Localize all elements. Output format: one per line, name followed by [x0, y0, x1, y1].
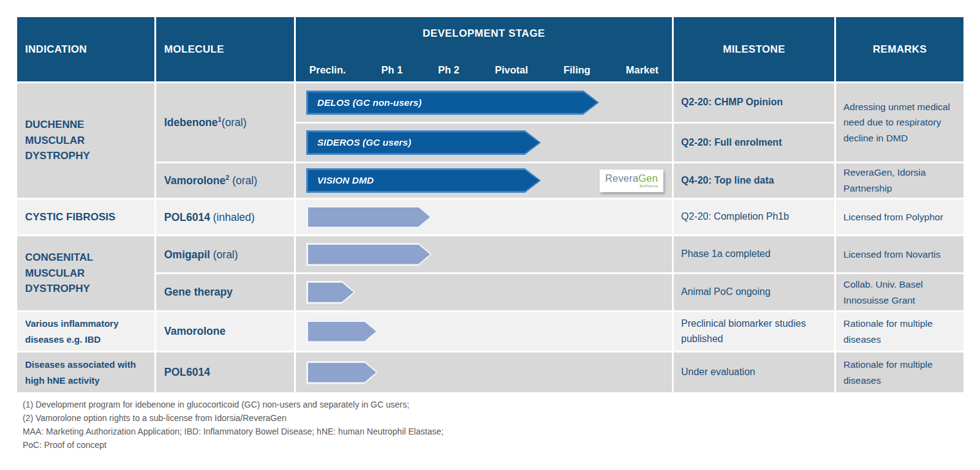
milestone-pol6014-inhaled: Q2-20: Completion Ph1b	[674, 200, 834, 234]
remark-reveragen: ReveraGen, Idorsia Partnership	[836, 163, 963, 198]
stage-labels: Preclin. Ph 1 Ph 2 Pivotal Filing Market	[296, 64, 672, 81]
milestone-vision: Q4-20: Top line data	[674, 163, 834, 198]
dev-stage-omigapil	[296, 236, 672, 272]
milestone-omigapil: Phase 1a completed	[674, 236, 834, 272]
milestone-delos: Q2-20: CHMP Opinion	[674, 83, 834, 122]
remark-novartis: Licensed from Novartis	[836, 236, 963, 272]
sideros-arrow-label: SIDEROS (GC users)	[308, 137, 411, 148]
indication-dmd: DUCHENNE MUSCULAR DYSTROPHY	[17, 83, 154, 198]
gene-therapy-arrow	[306, 281, 355, 304]
dev-stage-delos: DELOS (GC non-users)	[296, 83, 672, 122]
omigapil-arrow	[306, 243, 432, 266]
stage-label-pivotal: Pivotal	[495, 64, 528, 76]
remark-rationale-ibd: Rationale for multiple diseases	[836, 312, 963, 351]
dev-stage-vision: VISION DMD ReveraGen BioPharma	[296, 163, 672, 198]
indication-congenital-md: CONGENITAL MUSCULAR DYSTROPHY	[17, 236, 154, 310]
footnote-abbreviations: MAA: Marketing Authorization Application…	[23, 425, 443, 438]
molecule-pol6014-hne: POL6014	[156, 352, 294, 392]
milestone-vamorolone-ibd: Preclinical biomarker studies published	[674, 312, 834, 351]
footnotes: (1) Development program for idebenone in…	[23, 398, 443, 452]
molecule-gene-therapy: Gene therapy	[156, 274, 294, 310]
column-header-remarks: REMARKS	[836, 17, 963, 81]
column-header-molecule: MOLECULE	[156, 17, 294, 81]
milestone-gene-therapy: Animal PoC ongoing	[674, 274, 834, 310]
reveragen-logo: ReveraGen BioPharma	[600, 170, 663, 192]
column-header-development-stage: DEVELOPMENT STAGE Preclin. Ph 1 Ph 2 Piv…	[296, 17, 672, 81]
dev-stage-pol6014-hne	[296, 352, 672, 392]
stage-label-market: Market	[626, 64, 658, 76]
molecule-omigapil: Omigapil (oral)	[156, 236, 294, 272]
pipeline-table: INDICATION MOLECULE DEVELOPMENT STAGE Pr…	[17, 17, 963, 392]
indication-cystic-fibrosis: CYSTIC FIBROSIS	[17, 200, 154, 234]
stage-label-ph1: Ph 1	[381, 64, 402, 76]
footnote-2: (2) Vamorolone option rights to a sub-li…	[23, 411, 443, 425]
column-header-milestone: MILESTONE	[674, 17, 834, 81]
column-header-indication: INDICATION	[17, 17, 154, 81]
remark-polyphor: Licensed from Polyphor	[836, 200, 963, 234]
remark-dmd: Adressing unmet medical need due to resp…	[836, 83, 963, 162]
indication-inflammatory-ibd: Various inflammatory diseases e.g. IBD	[17, 312, 154, 351]
dev-stage-sideros: SIDEROS (GC users)	[296, 124, 672, 162]
milestone-pol6014-hne: Under evaluation	[674, 352, 834, 392]
stage-label-preclin: Preclin.	[309, 64, 346, 76]
molecule-vamorolone-ibd: Vamorolone	[156, 312, 294, 351]
remark-rationale-hne: Rationale for multiple diseases	[836, 352, 963, 392]
vamorolone-ibd-arrow	[306, 320, 378, 343]
remark-basel: Collab. Univ. Basel Innosuisse Grant	[836, 274, 963, 310]
development-stage-title: DEVELOPMENT STAGE	[296, 17, 672, 40]
dev-stage-pol6014-inhaled	[296, 200, 672, 234]
delos-arrow: DELOS (GC non-users)	[306, 91, 599, 115]
vision-arrow-label: VISION DMD	[308, 175, 374, 186]
molecule-pol6014-inhaled: POL6014 (inhaled)	[156, 200, 294, 234]
indication-hne-activity: Diseases associated with high hNE activi…	[17, 352, 154, 392]
molecule-idebenone: Idebenone1(oral)	[156, 83, 294, 162]
vision-arrow: VISION DMD	[306, 168, 541, 193]
sideros-arrow: SIDEROS (GC users)	[306, 130, 541, 155]
delos-arrow-label: DELOS (GC non-users)	[308, 97, 422, 108]
milestone-sideros: Q2-20: Full enrolment	[674, 124, 834, 162]
stage-label-filing: Filing	[564, 64, 590, 76]
dev-stage-vamorolone-ibd	[296, 312, 672, 351]
pipeline-slide: INDICATION MOLECULE DEVELOPMENT STAGE Pr…	[0, 0, 980, 470]
stage-label-ph2: Ph 2	[438, 64, 459, 76]
molecule-vamorolone-dmd: Vamorolone2 (oral)	[156, 163, 294, 198]
pol6014-hne-arrow	[306, 361, 378, 384]
pol6014-inhaled-arrow	[306, 206, 432, 229]
footnote-1: (1) Development program for idebenone in…	[23, 398, 443, 411]
dev-stage-gene-therapy	[296, 274, 672, 310]
footnote-poc: PoC: Proof of concept	[23, 438, 443, 452]
